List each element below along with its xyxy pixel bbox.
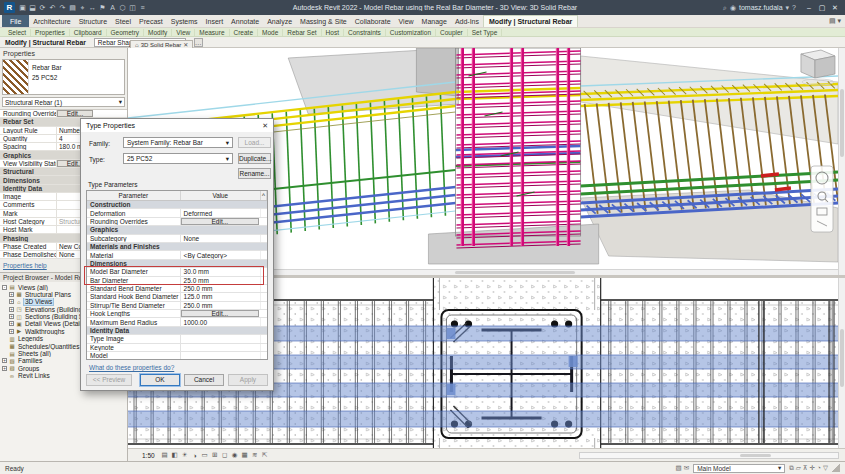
text-icon[interactable]: A [108,2,117,13]
tag-icon[interactable]: ⚑ [98,2,107,13]
drag-selection-icon[interactable]: ✛ [810,464,815,472]
ribbon-panel-label[interactable]: Properties [31,29,70,36]
search-icon[interactable]: ⌕ [723,4,727,12]
close-icon[interactable]: ✕ [183,41,188,48]
type-parameter-row[interactable]: Model Bar Diameter 30.0 mm [87,268,267,276]
ribbon-tab[interactable]: Add-Ins [451,15,483,27]
sun-path-icon[interactable]: ☀ [181,450,189,460]
type-parameter-row[interactable]: Construction [87,201,267,209]
type-parameter-row[interactable]: Identity Data [87,327,267,335]
tree-expander-icon[interactable]: + [9,299,14,304]
load-button[interactable]: Load... [238,137,271,148]
ribbon-tab[interactable]: Steel [111,15,135,27]
ribbon-tab[interactable]: Structure [75,15,111,27]
save-icon[interactable]: ⬓ [28,2,37,13]
ribbon-panel-label[interactable]: Select [4,29,31,36]
view-tab-3d-solid-rebar[interactable]: ⌂ 3D Solid Rebar ✕ [130,40,193,48]
section-view-vscrollbar[interactable] [838,278,845,448]
ribbon-tab[interactable]: Manage [418,15,451,27]
select-pinned-icon[interactable]: ⊼ [803,464,808,472]
section-view-hscrollbar[interactable] [579,452,839,459]
type-parameter-row[interactable]: Type Image [87,335,267,343]
ribbon-panel-label[interactable]: Host [322,29,344,36]
view-scale[interactable]: 1:50 [142,452,155,459]
ribbon-panel-label[interactable]: Create [230,29,259,36]
temporary-view-properties-icon[interactable]: ▦ [241,450,249,460]
type-parameter-row[interactable]: Dimensions [87,260,267,268]
close-icon[interactable]: ✕ [829,2,841,13]
tree-expander-icon[interactable]: - [2,285,7,290]
maximize-icon[interactable]: ▢ [816,2,828,13]
ribbon-panel-label[interactable]: Set Type [468,29,503,36]
family-combo[interactable]: System Family: Rebar Bar▾ [123,137,233,148]
type-combo[interactable]: 25 PC52▾ [123,153,233,164]
type-parameter-row[interactable]: Material <By Category> [87,251,267,259]
ribbon-tab[interactable]: Precast [135,15,167,27]
revit-app-icon[interactable]: R [4,2,15,13]
ribbon-panel-label[interactable]: Coupler [436,29,468,36]
user-avatar-icon[interactable]: ◉ [730,4,736,12]
tree-expander-icon[interactable]: + [2,366,7,371]
type-parameter-row[interactable]: Standard Hook Bend Diameter 125.0 mm [87,293,267,301]
ribbon-tab[interactable]: Systems [167,15,202,27]
ribbon-panel-label[interactable]: Measure [195,29,229,36]
close-icon[interactable]: ✕ [262,122,268,130]
type-parameter-row[interactable]: Keynote [87,344,267,352]
ribbon-panel-label[interactable]: Modify [144,29,172,36]
selection-filter-combo[interactable]: Structural Rebar (1) ▾ [2,97,125,107]
ribbon-tab[interactable]: Annotate [227,15,263,27]
tree-expander-icon[interactable]: + [9,329,14,334]
visual-style-icon[interactable]: ◧ [171,450,179,460]
help-icon[interactable]: ? [792,4,796,11]
align-dimension-icon[interactable]: ↔ [88,2,97,13]
browse-shape-button[interactable]: … [194,38,203,47]
reveal-hidden-elements-icon[interactable]: ◉ [231,450,239,460]
tree-expander-icon[interactable]: + [9,321,14,326]
duplicate-button[interactable]: Duplicate... [238,153,271,164]
signed-in-user[interactable]: tomasz.fudala [739,4,783,11]
dialog-help-link[interactable]: What do these properties do? [89,364,174,371]
ribbon-panel-label[interactable]: Rebar Set [283,29,321,36]
type-parameter-row[interactable]: Graphics [87,226,267,234]
ribbon-panel-label[interactable]: Clipboard [70,29,107,36]
tree-expander-icon[interactable]: + [9,292,14,297]
detail-level-icon[interactable]: ▤ [161,450,169,460]
type-parameter-row[interactable]: Deformation Deformed [87,209,267,217]
ribbon-panel-label[interactable]: Customization [386,29,436,36]
ribbon-tab[interactable]: Massing & Site [296,15,351,27]
type-parameter-row[interactable]: Maximum Bend Radius 1000.00 [87,318,267,326]
type-parameter-row[interactable]: Stirrup/Tie Bend Diameter 250.0 mm [87,302,267,310]
tree-expander-icon[interactable]: + [2,358,7,363]
type-parameter-row[interactable]: Rounding Overrides Edit... [87,218,267,226]
tree-expander-icon[interactable]: + [9,307,14,312]
3d-view-icon[interactable]: ⬡ [118,2,127,13]
ok-button[interactable]: OK [140,374,180,386]
background-processes-icon[interactable]: ◔ [817,464,821,472]
open-icon[interactable]: ▣ [18,2,27,13]
apply-button[interactable]: Apply [228,374,268,386]
type-parameter-row[interactable]: Hook Lengths Edit... [87,310,267,318]
chevron-down-icon[interactable]: ▾ [786,4,790,12]
design-option-combo[interactable]: Main Model ▾ [693,464,785,473]
type-parameter-row[interactable]: Model [87,352,267,360]
measure-icon[interactable]: ⌖ [78,2,87,13]
show-crop-region-icon[interactable]: ⊞ [211,450,219,460]
type-parameter-row[interactable]: Subcategory None [87,235,267,243]
select-links-icon[interactable]: ⧉ [789,464,794,472]
type-parameter-row[interactable]: Standard Bend Diameter 250.0 mm [87,285,267,293]
minimize-icon[interactable]: – [803,2,815,13]
sync-icon[interactable]: ⟳ [38,2,47,13]
tab-file[interactable]: File [2,15,29,27]
ribbon-panel-label[interactable]: Mode [258,29,283,36]
worksets-icon[interactable]: ▧ [676,464,682,472]
type-selector[interactable]: Rebar Bar 25 PC52 [2,59,125,95]
column-header-parameter[interactable]: Parameter [87,191,181,200]
tree-expander-icon[interactable]: + [9,314,14,319]
preview-button[interactable]: << Preview [86,374,132,386]
select-underlay-icon[interactable]: ▱ [796,464,801,472]
cancel-button[interactable]: Cancel [184,374,224,386]
highlight-displacement-sets-icon[interactable]: ⇱ [261,450,269,460]
3d-view-vscrollbar[interactable] [838,48,845,275]
ribbon-panel-label[interactable]: Geometry [107,29,145,36]
temporary-hide-isolate-icon[interactable]: ◻ [221,450,229,460]
